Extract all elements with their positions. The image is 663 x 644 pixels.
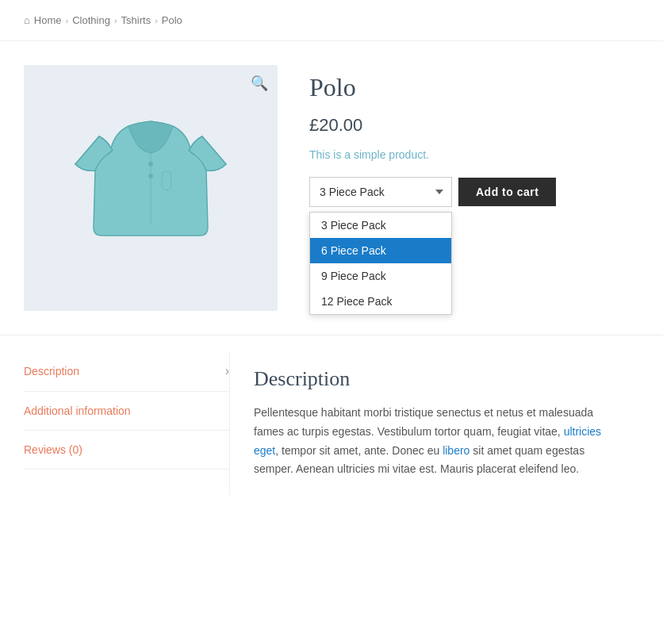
svg-point-2 — [148, 174, 153, 178]
tab-content-title: Description — [254, 367, 615, 391]
breadcrumb: ⌂ Home › Clothing › Tshirts › Polo — [0, 0, 663, 41]
dropdown-option-6piece[interactable]: 6 Piece Pack — [310, 238, 451, 263]
product-title: Polo — [309, 73, 639, 102]
dropdown-option-3piece[interactable]: 3 Piece Pack — [310, 213, 451, 238]
tab-sidebar: Description › Additional information Rev… — [24, 351, 230, 495]
inline-link-ultricies[interactable]: ultricies eget — [254, 425, 601, 457]
dropdown-option-12piece[interactable]: 12 Piece Pack — [310, 289, 451, 314]
zoom-icon[interactable]: 🔍 — [251, 75, 268, 92]
add-to-cart-button[interactable]: Add to cart — [458, 178, 556, 206]
breadcrumb-sep-3: › — [155, 16, 158, 25]
tab-description-label: Description — [24, 365, 79, 378]
product-image — [63, 101, 238, 275]
breadcrumb-tshirts[interactable]: Tshirts — [121, 14, 151, 26]
tab-content: Description Pellentesque habitant morbi … — [230, 351, 639, 495]
product-area: 🔍 Polo £20.00 This is a simple product. — [0, 41, 663, 327]
product-details: Polo £20.00 This is a simple product. 3 … — [309, 65, 639, 311]
chevron-right-icon: › — [225, 364, 229, 378]
tabs-section: Description › Additional information Rev… — [0, 335, 663, 495]
tab-content-body: Pellentesque habitant morbi tristique se… — [254, 404, 615, 479]
inline-link-libero[interactable]: libero — [443, 444, 469, 457]
pack-select[interactable]: 3 Piece Pack 6 Piece Pack 9 Piece Pack 1… — [309, 177, 452, 207]
svg-point-1 — [148, 162, 153, 167]
product-price: £20.00 — [309, 115, 639, 136]
tab-description[interactable]: Description › — [24, 351, 229, 392]
breadcrumb-sep-1: › — [66, 16, 69, 25]
product-image-wrap: 🔍 — [24, 65, 278, 311]
dropdown-overlay[interactable]: 3 Piece Pack 6 Piece Pack 9 Piece Pack 1… — [309, 212, 452, 315]
tab-reviews[interactable]: Reviews (0) — [24, 431, 229, 470]
dropdown-option-9piece[interactable]: 9 Piece Pack — [310, 263, 451, 289]
breadcrumb-home[interactable]: Home — [34, 14, 62, 26]
breadcrumb-sep-2: › — [114, 16, 117, 25]
tab-additional-info-label: Additional information — [24, 404, 131, 417]
breadcrumb-clothing[interactable]: Clothing — [72, 14, 110, 26]
tab-reviews-label: Reviews (0) — [24, 443, 82, 456]
tab-additional-info[interactable]: Additional information — [24, 392, 229, 431]
add-to-cart-row: 3 Piece Pack 6 Piece Pack 9 Piece Pack 1… — [309, 177, 639, 207]
home-icon: ⌂ — [24, 14, 30, 26]
breadcrumb-current: Polo — [162, 14, 182, 26]
product-short-description: This is a simple product. — [309, 148, 639, 161]
